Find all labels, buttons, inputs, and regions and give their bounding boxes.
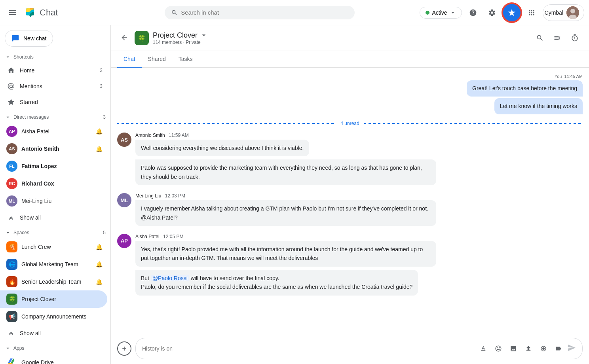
dm-count: 3: [103, 114, 106, 120]
video-button[interactable]: [552, 342, 565, 355]
sender-label: You: [555, 74, 562, 79]
chevron-down-icon: [5, 345, 11, 351]
toggle-sidebar-button[interactable]: [549, 30, 565, 46]
space-name: Project Clover: [21, 296, 103, 302]
contact-name: Richard Cox: [21, 180, 103, 187]
sidebar-item-aisha-patel[interactable]: AP Aisha Patel 🔔: [0, 123, 107, 140]
sidebar-item-home[interactable]: Home 3: [0, 63, 107, 78]
text-format-button[interactable]: [477, 342, 490, 355]
contact-name: Mei-Ling Liu: [21, 198, 103, 204]
direct-messages-header[interactable]: Direct messages 3: [0, 112, 110, 123]
grid-apps-button[interactable]: [524, 5, 540, 21]
mentions-label: Mentions: [20, 83, 96, 89]
active-status-button[interactable]: Active: [420, 7, 462, 19]
chevron-down-icon: [5, 54, 11, 60]
tab-shared[interactable]: Shared: [142, 51, 172, 68]
unread-label: 4 unread: [340, 121, 359, 126]
sidebar-item-mentions[interactable]: Mentions 3: [0, 78, 107, 94]
tab-tasks[interactable]: Tasks: [172, 51, 199, 68]
timer-icon: [571, 34, 579, 42]
shortcuts-label: Shortcuts: [13, 54, 34, 60]
sender-name: Mei-Ling Liu: [135, 193, 161, 199]
contact-name: Aisha Patel: [21, 128, 92, 135]
timestamp: 11:45 AM: [564, 74, 583, 79]
show-all-icon: [6, 328, 16, 338]
space-name: Senior Leadership Team: [21, 279, 92, 285]
add-attachment-button[interactable]: +: [117, 341, 131, 356]
room-info: Project Clover 114 members · Private: [153, 31, 208, 45]
timestamp: 12:05 PM: [163, 234, 183, 239]
sidebar-item-starred[interactable]: Starred: [0, 94, 107, 110]
send-button[interactable]: [567, 343, 576, 354]
user-account-chip[interactable]: Cymbal: [543, 4, 584, 21]
sidebar-item-google-drive[interactable]: Google Drive: [0, 354, 107, 364]
help-button[interactable]: [465, 5, 481, 21]
sidebar-item-lunch-crew[interactable]: 🍕 Lunch Crew 🔔: [0, 238, 107, 256]
sidebar-item-fatima-lopez[interactable]: FL Fatima Lopez: [0, 157, 107, 175]
hamburger-menu-button[interactable]: [5, 5, 21, 21]
sidebar-item-mei-ling-liu[interactable]: ML Mei-Ling Liu: [0, 192, 107, 210]
space-icon: 🍕: [6, 241, 17, 252]
home-icon: [6, 66, 16, 75]
gear-icon: [488, 9, 496, 17]
sidebar-item-global-marketing[interactable]: 🌐 Global Marketing Team 🔔: [0, 256, 107, 273]
divider-line-left: [117, 123, 336, 124]
timestamp: 11:59 AM: [169, 133, 189, 138]
sidebar-item-company-announcements[interactable]: 📢 Company Announcements: [0, 308, 107, 325]
settings-button[interactable]: [484, 5, 500, 21]
gemini-button[interactable]: [503, 4, 521, 21]
emoji-button[interactable]: [492, 342, 505, 355]
shortcuts-header[interactable]: Shortcuts: [0, 51, 110, 63]
spaces-header[interactable]: Spaces 5: [0, 227, 110, 238]
message-content: Aisha Patel 12:05 PM Yes, that's right! …: [135, 234, 436, 297]
search-input[interactable]: [181, 9, 348, 16]
chevron-down-icon[interactable]: [200, 31, 208, 39]
back-arrow-icon: [120, 34, 128, 42]
avatar: AS: [117, 133, 131, 147]
message-input[interactable]: [142, 345, 474, 352]
room-icon: 🍀: [135, 31, 149, 45]
header-right: Active Cymbal: [420, 4, 584, 21]
help-icon: [469, 9, 477, 17]
header-left: Chat: [5, 5, 100, 21]
message-aisha-patel: AP Aisha Patel 12:05 PM Yes, that's righ…: [117, 234, 583, 297]
message-mei-ling-liu: ML Mei-Ling Liu 12:03 PM I vaguely remem…: [117, 193, 583, 228]
sidebar-item-show-all-spaces[interactable]: Show all: [0, 325, 107, 341]
sidebar-item-project-clover[interactable]: 🍀 Project Clover: [0, 290, 107, 308]
record-button[interactable]: [537, 342, 550, 355]
space-name: Global Marketing Team: [21, 261, 92, 267]
sidebar-item-show-all-dm[interactable]: Show all: [0, 210, 107, 226]
space-name: Company Announcements: [21, 313, 103, 320]
message-self: You 11:45 AM Great! Let's touch base bef…: [117, 74, 583, 114]
grid-icon: [528, 9, 536, 17]
spaces-label: Spaces: [13, 230, 29, 235]
spaces-count: 5: [103, 230, 106, 235]
main-content: New chat Shortcuts Home 3 Mentions 3: [0, 25, 589, 364]
google-drive-icon: [6, 357, 17, 364]
apps-header[interactable]: Apps: [0, 343, 110, 354]
svg-point-2: [570, 9, 575, 13]
home-label: Home: [20, 67, 96, 74]
chevron-down-icon: [5, 229, 11, 236]
sidebar-item-richard-cox[interactable]: RC Richard Cox: [0, 175, 107, 192]
image-button[interactable]: [507, 342, 520, 355]
new-chat-button[interactable]: New chat: [5, 30, 53, 47]
search-chat-button[interactable]: [532, 30, 548, 46]
tab-chat[interactable]: Chat: [117, 51, 142, 68]
close-chat-button[interactable]: [567, 30, 583, 46]
app-logo-icon: [24, 6, 36, 19]
back-button[interactable]: [117, 30, 131, 46]
sidebar-item-antonio-smith[interactable]: AS Antonio Smith 🔔: [0, 140, 107, 157]
notification-bell-icon: 🔔: [96, 279, 103, 285]
search-bar[interactable]: [165, 6, 355, 19]
upload-button[interactable]: [522, 342, 535, 355]
avatar: [566, 6, 579, 19]
sidebar-item-senior-leadership[interactable]: 🔥 Senior Leadership Team 🔔: [0, 273, 107, 290]
message-content: Mei-Ling Liu 12:03 PM I vaguely remember…: [135, 193, 436, 228]
sidebar: New chat Shortcuts Home 3 Mentions 3: [0, 25, 111, 364]
mentions-badge: 3: [100, 83, 103, 89]
message-bubble: Let me know if the timing works: [494, 98, 583, 114]
room-name: Project Clover: [153, 31, 198, 40]
message-input-box[interactable]: [135, 338, 583, 359]
message-meta: Mei-Ling Liu 12:03 PM: [135, 193, 436, 199]
